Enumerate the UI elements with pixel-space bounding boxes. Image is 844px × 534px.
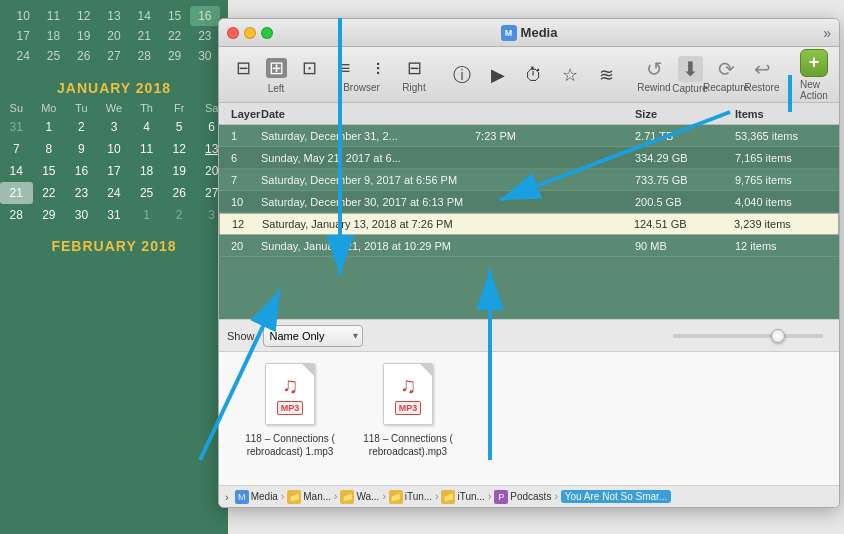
path-item-podcasts[interactable]: P Podcasts [494,490,551,504]
february-title: FEBRUARY 2018 [0,230,228,258]
file-item-1[interactable]: ♫ MP3 118 – Connections (rebroadcast) 1.… [235,360,345,458]
rewind-icon: ↺ [646,57,663,81]
table-row[interactable]: 1 Saturday, December 31, 2... 7:23 PM 2.… [219,125,839,147]
file-item-2[interactable]: ♫ MP3 118 – Connections (rebroadcast).mp… [353,360,463,458]
path-forward-icon: › [225,491,229,503]
col-size: Size [631,108,731,120]
window-title-icon: M [501,25,517,41]
right-group: ⊟ [398,57,430,79]
table-row[interactable]: 7 Saturday, December 9, 2017 at 6:56 PM … [219,169,839,191]
browser-group: ≡ ⫶ [329,57,394,79]
col-date: Date [257,108,471,120]
prev-month-weeks: 10 11 12 13 14 15 16 17 18 19 20 21 22 2… [0,0,228,72]
show-select-wrapper: Name Only Name and Date Name and Size [263,325,363,347]
folder-icon-4: 📁 [441,490,455,504]
slider-track [673,334,823,338]
expand-icon[interactable]: » [823,25,831,41]
file-name-1: 118 – Connections (rebroadcast) 1.mp3 [245,432,335,458]
path-bar: › M Media › 📁 Man... › 📁 Wa... › 📁 iTun.… [219,485,839,507]
file-icons-area: ♫ MP3 118 – Connections (rebroadcast) 1.… [219,352,839,485]
path-item-itun1[interactable]: 📁 iTun... [389,490,432,504]
file-type-2: MP3 [395,401,422,415]
toolbar: ⊟ ⊞ ⊡ Left ≡ ⫶ Browser [219,47,839,103]
podcasts-icon: P [494,490,508,504]
bars-button[interactable]: ≋ [590,64,622,86]
main-window: M Media » ⊟ ⊞ ⊡ Left ≡ [218,18,840,508]
sidebar-icon: ⊟ [236,59,251,77]
calendar-panel: 10 11 12 13 14 15 16 17 18 19 20 21 22 2… [0,0,228,534]
sidebar-toggle-button[interactable]: ⊟ [227,57,259,79]
new-action-button[interactable]: + New Action [794,47,834,103]
day-header-we: We [98,100,131,116]
show-select[interactable]: Name Only Name and Date Name and Size [263,325,363,347]
capture-icon: ⬇ [678,56,703,82]
path-item-wa[interactable]: 📁 Wa... [340,490,379,504]
day-header-su: Su [0,100,33,116]
music-icon-2: ♫ [400,373,417,399]
folder-icon-2: 📁 [340,490,354,504]
minimize-button[interactable] [244,27,256,39]
maximize-button[interactable] [261,27,273,39]
toolbar-section-left: ⊟ ⊞ ⊡ Left [227,56,325,94]
table-row-selected[interactable]: 12 Saturday, January 13, 2018 at 7:26 PM… [219,213,839,235]
restore-label: Restore [745,82,780,93]
play-button[interactable]: ▶ [482,64,514,86]
column-view-button[interactable]: ⫶ [362,57,394,79]
new-action-label: New Action [800,79,828,101]
recapture-label: Recapture [703,82,749,93]
clock-button[interactable]: ⏱ [518,64,550,86]
play-icon: ▶ [491,66,505,84]
recapture-button[interactable]: ⟳ Recapture [710,55,742,95]
folder-icon-1: 📁 [287,490,301,504]
toolbar-section-right: ⊟ Right [398,57,430,93]
path-item-man[interactable]: 📁 Man... [287,490,331,504]
info-button[interactable]: ⓘ [446,64,478,86]
recapture-icon: ⟳ [718,57,735,81]
window-controls [227,27,273,39]
media-path-icon: M [235,490,249,504]
column-icon: ⫶ [374,59,383,77]
day-header-th: Th [130,100,163,116]
slider-thumb[interactable] [771,329,785,343]
path-item-media[interactable]: M Media [235,490,278,504]
restore-button[interactable]: ↩ Restore [746,55,778,95]
title-bar: M Media » [219,19,839,47]
grid-icon: ⊞ [266,58,287,78]
day-header-mo: Mo [33,100,66,116]
table-row[interactable]: 10 Saturday, December 30, 2017 at 6:13 P… [219,191,839,213]
path-item-itun2[interactable]: 📁 iTun... [441,490,484,504]
rewind-label: Rewind [637,82,670,93]
file-page-2: ♫ MP3 [383,363,433,425]
file-page-1: ♫ MP3 [265,363,315,425]
toolbar-section-browser: ≡ ⫶ Browser [329,57,394,93]
star-icon: ☆ [562,66,578,84]
list-icon: ≡ [340,59,351,77]
clock-icon: ⏱ [525,66,543,84]
info-icon: ⓘ [453,66,471,84]
table-row[interactable]: 20 Sunday, January 21, 2018 at 10:29 PM … [219,235,839,257]
cover-view-button[interactable]: ⊡ [293,57,325,79]
table-header: Layer Date Size Items [219,103,839,125]
star-button[interactable]: ☆ [554,64,586,86]
capture-button[interactable]: ⬇ Capture [674,54,706,96]
rewind-button[interactable]: ↺ Rewind [638,55,670,95]
list-view-button[interactable]: ≡ [329,57,361,79]
window-title: M Media [501,25,558,41]
left-label: Left [268,83,285,94]
bars-icon: ≋ [599,66,614,84]
file-type-1: MP3 [277,401,304,415]
grid-view-button[interactable]: ⊞ [260,56,292,80]
music-icon-1: ♫ [282,373,299,399]
close-button[interactable] [227,27,239,39]
path-item-youare[interactable]: You Are Not So Smar... [561,490,671,503]
table-area: Layer Date Size Items 1 Saturday, Decemb… [219,103,839,319]
browser-label: Browser [343,82,380,93]
right-label: Right [402,82,425,93]
table-row[interactable]: 6 Sunday, May 21, 2017 at 6... 334.29 GB… [219,147,839,169]
day-header-fr: Fr [163,100,196,116]
right-view-button[interactable]: ⊟ [398,57,430,79]
col-items: Items [731,108,831,120]
view-toggle-group: ⊟ ⊞ ⊡ [227,56,325,80]
size-slider [371,334,831,338]
right-icon: ⊟ [407,59,422,77]
